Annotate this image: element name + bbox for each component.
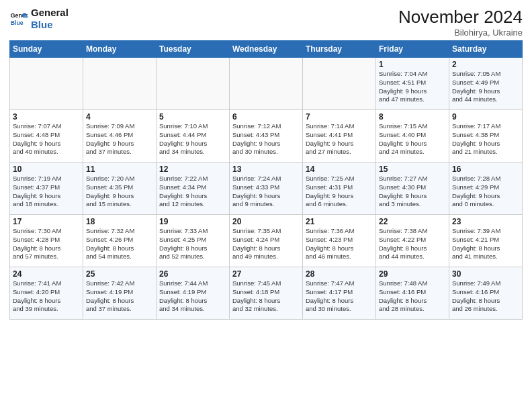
table-cell: 14Sunrise: 7:25 AM Sunset: 4:31 PM Dayli… xyxy=(303,163,376,215)
day-info: Sunrise: 7:22 AM Sunset: 4:34 PM Dayligh… xyxy=(159,175,226,209)
table-cell: 10Sunrise: 7:19 AM Sunset: 4:37 PM Dayli… xyxy=(10,163,83,215)
logo: General Blue General Blue xyxy=(9,7,69,31)
day-info: Sunrise: 7:30 AM Sunset: 4:28 PM Dayligh… xyxy=(13,227,80,261)
table-cell xyxy=(157,58,230,110)
day-number: 18 xyxy=(86,217,153,226)
day-info: Sunrise: 7:32 AM Sunset: 4:26 PM Dayligh… xyxy=(86,227,153,261)
table-cell: 23Sunrise: 7:39 AM Sunset: 4:21 PM Dayli… xyxy=(449,215,523,267)
day-number: 20 xyxy=(232,217,300,226)
day-info: Sunrise: 7:27 AM Sunset: 4:30 PM Dayligh… xyxy=(379,175,446,209)
day-info: Sunrise: 7:49 AM Sunset: 4:16 PM Dayligh… xyxy=(452,279,519,314)
table-cell: 1Sunrise: 7:04 AM Sunset: 4:51 PM Daylig… xyxy=(376,58,449,110)
day-info: Sunrise: 7:10 AM Sunset: 4:44 PM Dayligh… xyxy=(159,122,226,156)
day-number: 28 xyxy=(306,269,373,279)
day-info: Sunrise: 7:47 AM Sunset: 4:17 PM Dayligh… xyxy=(306,279,373,314)
day-info: Sunrise: 7:25 AM Sunset: 4:31 PM Dayligh… xyxy=(306,175,373,209)
table-cell: 17Sunrise: 7:30 AM Sunset: 4:28 PM Dayli… xyxy=(10,215,83,267)
day-number: 2 xyxy=(452,60,519,69)
logo-text-line2: Blue xyxy=(31,19,69,31)
day-number: 30 xyxy=(452,269,519,279)
day-info: Sunrise: 7:05 AM Sunset: 4:49 PM Dayligh… xyxy=(452,70,519,104)
day-info: Sunrise: 7:09 AM Sunset: 4:46 PM Dayligh… xyxy=(86,122,153,156)
day-number: 24 xyxy=(13,269,80,279)
day-number: 9 xyxy=(452,112,519,122)
table-cell: 2Sunrise: 7:05 AM Sunset: 4:49 PM Daylig… xyxy=(449,58,523,110)
day-number: 5 xyxy=(159,112,226,122)
day-info: Sunrise: 7:44 AM Sunset: 4:19 PM Dayligh… xyxy=(159,279,226,314)
day-info: Sunrise: 7:15 AM Sunset: 4:40 PM Dayligh… xyxy=(379,122,446,156)
logo-icon: General Blue xyxy=(9,9,28,28)
location-subtitle: Bilohirya, Ukraine xyxy=(398,28,523,38)
table-cell: 8Sunrise: 7:15 AM Sunset: 4:40 PM Daylig… xyxy=(376,110,449,163)
day-number: 3 xyxy=(13,112,80,122)
col-friday: Friday xyxy=(376,41,449,58)
table-cell: 28Sunrise: 7:47 AM Sunset: 4:17 PM Dayli… xyxy=(303,267,376,320)
day-number: 26 xyxy=(159,269,226,279)
day-info: Sunrise: 7:24 AM Sunset: 4:33 PM Dayligh… xyxy=(232,175,300,209)
week-row-2: 10Sunrise: 7:19 AM Sunset: 4:37 PM Dayli… xyxy=(10,163,523,215)
day-info: Sunrise: 7:14 AM Sunset: 4:41 PM Dayligh… xyxy=(306,122,373,156)
day-number: 12 xyxy=(159,165,226,174)
day-info: Sunrise: 7:07 AM Sunset: 4:48 PM Dayligh… xyxy=(13,122,80,156)
day-info: Sunrise: 7:42 AM Sunset: 4:19 PM Dayligh… xyxy=(86,279,153,314)
table-cell: 19Sunrise: 7:33 AM Sunset: 4:25 PM Dayli… xyxy=(157,215,230,267)
day-number: 25 xyxy=(86,269,153,279)
table-cell: 13Sunrise: 7:24 AM Sunset: 4:33 PM Dayli… xyxy=(230,163,303,215)
day-info: Sunrise: 7:17 AM Sunset: 4:38 PM Dayligh… xyxy=(452,122,519,156)
day-number: 16 xyxy=(452,165,519,174)
day-info: Sunrise: 7:12 AM Sunset: 4:43 PM Dayligh… xyxy=(232,122,300,156)
day-info: Sunrise: 7:20 AM Sunset: 4:35 PM Dayligh… xyxy=(86,175,153,209)
calendar-table: Sunday Monday Tuesday Wednesday Thursday… xyxy=(9,40,523,320)
week-row-0: 1Sunrise: 7:04 AM Sunset: 4:51 PM Daylig… xyxy=(10,58,523,110)
day-number: 14 xyxy=(306,165,373,174)
day-number: 19 xyxy=(159,217,226,226)
col-monday: Monday xyxy=(83,41,157,58)
table-cell xyxy=(303,58,376,110)
table-cell: 20Sunrise: 7:35 AM Sunset: 4:24 PM Dayli… xyxy=(230,215,303,267)
month-title: November 2024 xyxy=(398,7,523,28)
table-cell: 21Sunrise: 7:36 AM Sunset: 4:23 PM Dayli… xyxy=(303,215,376,267)
day-number: 4 xyxy=(86,112,153,122)
week-row-1: 3Sunrise: 7:07 AM Sunset: 4:48 PM Daylig… xyxy=(10,110,523,163)
table-cell: 5Sunrise: 7:10 AM Sunset: 4:44 PM Daylig… xyxy=(157,110,230,163)
day-number: 6 xyxy=(232,112,300,122)
table-cell xyxy=(230,58,303,110)
week-row-4: 24Sunrise: 7:41 AM Sunset: 4:20 PM Dayli… xyxy=(10,267,523,320)
day-number: 29 xyxy=(379,269,446,279)
col-tuesday: Tuesday xyxy=(157,41,230,58)
day-info: Sunrise: 7:35 AM Sunset: 4:24 PM Dayligh… xyxy=(232,227,300,261)
day-info: Sunrise: 7:39 AM Sunset: 4:21 PM Dayligh… xyxy=(452,227,519,261)
title-block: November 2024 Bilohirya, Ukraine xyxy=(398,7,523,38)
table-cell: 24Sunrise: 7:41 AM Sunset: 4:20 PM Dayli… xyxy=(10,267,83,320)
table-cell: 15Sunrise: 7:27 AM Sunset: 4:30 PM Dayli… xyxy=(376,163,449,215)
day-number: 15 xyxy=(379,165,446,174)
table-cell xyxy=(10,58,83,110)
table-cell: 12Sunrise: 7:22 AM Sunset: 4:34 PM Dayli… xyxy=(157,163,230,215)
day-number: 7 xyxy=(306,112,373,122)
day-info: Sunrise: 7:48 AM Sunset: 4:16 PM Dayligh… xyxy=(379,279,446,314)
table-cell: 11Sunrise: 7:20 AM Sunset: 4:35 PM Dayli… xyxy=(83,163,157,215)
day-info: Sunrise: 7:41 AM Sunset: 4:20 PM Dayligh… xyxy=(13,279,80,314)
col-saturday: Saturday xyxy=(449,41,523,58)
table-cell: 16Sunrise: 7:28 AM Sunset: 4:29 PM Dayli… xyxy=(449,163,523,215)
table-cell: 29Sunrise: 7:48 AM Sunset: 4:16 PM Dayli… xyxy=(376,267,449,320)
col-sunday: Sunday xyxy=(10,41,83,58)
page-container: General Blue General Blue November 2024 … xyxy=(0,0,532,325)
table-cell: 3Sunrise: 7:07 AM Sunset: 4:48 PM Daylig… xyxy=(10,110,83,163)
table-cell: 26Sunrise: 7:44 AM Sunset: 4:19 PM Dayli… xyxy=(157,267,230,320)
day-info: Sunrise: 7:33 AM Sunset: 4:25 PM Dayligh… xyxy=(159,227,226,261)
day-info: Sunrise: 7:28 AM Sunset: 4:29 PM Dayligh… xyxy=(452,175,519,209)
header-row: General Blue General Blue November 2024 … xyxy=(9,7,523,38)
day-info: Sunrise: 7:45 AM Sunset: 4:18 PM Dayligh… xyxy=(232,279,300,314)
day-info: Sunrise: 7:38 AM Sunset: 4:22 PM Dayligh… xyxy=(379,227,446,261)
table-cell: 25Sunrise: 7:42 AM Sunset: 4:19 PM Dayli… xyxy=(83,267,157,320)
svg-text:Blue: Blue xyxy=(11,19,24,26)
day-number: 10 xyxy=(13,165,80,174)
day-info: Sunrise: 7:04 AM Sunset: 4:51 PM Dayligh… xyxy=(379,70,446,104)
day-info: Sunrise: 7:19 AM Sunset: 4:37 PM Dayligh… xyxy=(13,175,80,209)
day-number: 27 xyxy=(232,269,300,279)
table-cell: 30Sunrise: 7:49 AM Sunset: 4:16 PM Dayli… xyxy=(449,267,523,320)
day-number: 23 xyxy=(452,217,519,226)
day-number: 22 xyxy=(379,217,446,226)
col-thursday: Thursday xyxy=(303,41,376,58)
